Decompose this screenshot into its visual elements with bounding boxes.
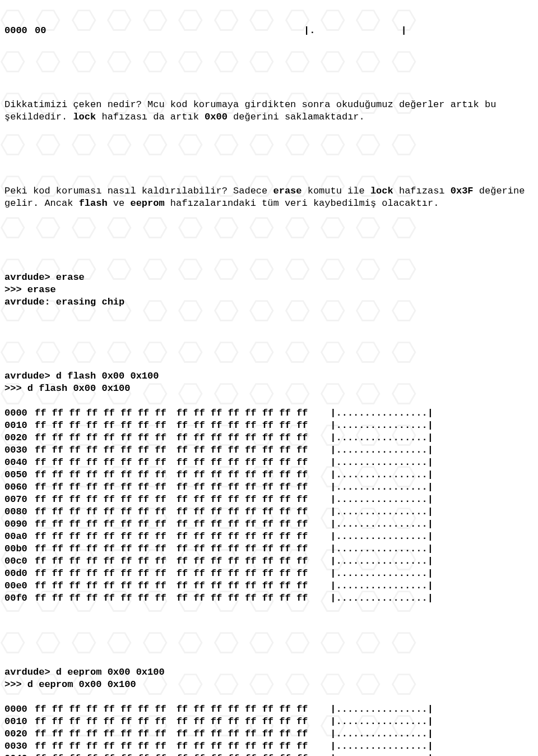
- dump-ascii: |................|: [308, 753, 433, 756]
- dump-row: 0030ff ff ff ff ff ff ff ffff ff ff ff f…: [4, 740, 534, 753]
- eeprom-dump: 0000ff ff ff ff ff ff ff ffff ff ff ff f…: [4, 703, 534, 756]
- dump-addr: 0080: [4, 506, 35, 518]
- dump-addr: 00c0: [4, 555, 35, 568]
- dump-hex-left: ff ff ff ff ff ff ff ff: [35, 728, 166, 740]
- dump-hex-left: ff ff ff ff ff ff ff ff: [35, 580, 166, 592]
- dump-ascii: |................|: [308, 568, 433, 580]
- dump-hex-right: ff ff ff ff ff ff ff ff: [177, 531, 308, 543]
- dump-ascii: |................|: [308, 531, 433, 543]
- dump-hex-right: ff ff ff ff ff ff ff ff: [177, 494, 308, 506]
- dump-hex-left: ff ff ff ff ff ff ff ff: [35, 531, 166, 543]
- dump-addr: 0030: [4, 740, 35, 753]
- dump-row: 00c0ff ff ff ff ff ff ff ffff ff ff ff f…: [4, 555, 534, 568]
- dump-hex-left: ff ff ff ff ff ff ff ff: [35, 481, 166, 494]
- dump-ascii: |................|: [308, 420, 433, 432]
- dump-hex-right: ff ff ff ff ff ff ff ff: [177, 457, 308, 469]
- erase-block: avrdude> erase >>> erase avrdude: erasin…: [4, 271, 534, 308]
- dump-ascii: |................|: [308, 716, 433, 728]
- dump-gap: [166, 469, 177, 481]
- dump-gap: [166, 407, 177, 420]
- dump-gap: [166, 753, 177, 756]
- dump-ascii: |................|: [308, 555, 433, 568]
- dump-hex-left: ff ff ff ff ff ff ff ff: [35, 494, 166, 506]
- dump-ascii: |................|: [308, 518, 433, 531]
- dump-gap: [166, 728, 177, 740]
- dump-addr: 0000: [4, 25, 35, 37]
- dump-row: 00d0ff ff ff ff ff ff ff ffff ff ff ff f…: [4, 568, 534, 580]
- dump-hex-left: ff ff ff ff ff ff ff ff: [35, 555, 166, 568]
- dump-hex-right: ff ff ff ff ff ff ff ff: [177, 555, 308, 568]
- dump-gap: [166, 494, 177, 506]
- dump-ascii: |................|: [308, 703, 433, 716]
- dump-hex-left: ff ff ff ff ff ff ff ff: [35, 568, 166, 580]
- flash-dump: 0000ff ff ff ff ff ff ff ffff ff ff ff f…: [4, 407, 534, 605]
- dump-gap: [166, 420, 177, 432]
- dump-hex-right: ff ff ff ff ff ff ff ff: [177, 518, 308, 531]
- dump-gap: [166, 555, 177, 568]
- dump-addr: 0020: [4, 728, 35, 740]
- dump-row: 0090ff ff ff ff ff ff ff ffff ff ff ff f…: [4, 518, 534, 531]
- dump-ascii: |................|: [308, 506, 433, 518]
- dump-gap: [166, 580, 177, 592]
- dump-gap: [166, 592, 177, 605]
- dump-addr: 0060: [4, 481, 35, 494]
- dump-ascii: |................|: [308, 494, 433, 506]
- dump-hex-right: ff ff ff ff ff ff ff ff: [177, 469, 308, 481]
- dump-row: 0050ff ff ff ff ff ff ff ffff ff ff ff f…: [4, 469, 534, 481]
- dump-ascii: |................|: [308, 592, 433, 605]
- dump-addr: 0010: [4, 420, 35, 432]
- dump-hex-right: ff ff ff ff ff ff ff ff: [177, 716, 308, 728]
- dump-gap: [166, 444, 177, 457]
- dump-addr: 0030: [4, 444, 35, 457]
- dump-hex-left: ff ff ff ff ff ff ff ff: [35, 432, 166, 444]
- dump-row: 0060ff ff ff ff ff ff ff ffff ff ff ff f…: [4, 481, 534, 494]
- dump-hex-left: ff ff ff ff ff ff ff ff: [35, 716, 166, 728]
- dump-hex-right: ff ff ff ff ff ff ff ff: [177, 703, 308, 716]
- dump-row: 0070ff ff ff ff ff ff ff ffff ff ff ff f…: [4, 494, 534, 506]
- dump-row: 0030ff ff ff ff ff ff ff ffff ff ff ff f…: [4, 444, 534, 457]
- dump-row: 0000ff ff ff ff ff ff ff ffff ff ff ff f…: [4, 407, 534, 420]
- dump-gap: [166, 703, 177, 716]
- dump-hex-left: ff ff ff ff ff ff ff ff: [35, 457, 166, 469]
- dump-hex-left: ff ff ff ff ff ff ff ff: [35, 753, 166, 756]
- dump-ascii: |................|: [308, 580, 433, 592]
- dump-addr: 00f0: [4, 592, 35, 605]
- dump-row: 0040ff ff ff ff ff ff ff ffff ff ff ff f…: [4, 457, 534, 469]
- dump-ascii: |................|: [308, 444, 433, 457]
- dump-gap: [166, 716, 177, 728]
- dump-row: 0040ff ff ff ff ff ff ff ffff ff ff ff f…: [4, 753, 534, 756]
- dump-addr: 00a0: [4, 531, 35, 543]
- top-dump-line: 000000|. |: [4, 25, 534, 37]
- dump-gap: [166, 531, 177, 543]
- dump-hex-left: ff ff ff ff ff ff ff ff: [35, 506, 166, 518]
- dump-hex: 00: [35, 25, 304, 37]
- dump-hex-left: ff ff ff ff ff ff ff ff: [35, 518, 166, 531]
- dump-hex-right: ff ff ff ff ff ff ff ff: [177, 407, 308, 420]
- dump-row: 0020ff ff ff ff ff ff ff ffff ff ff ff f…: [4, 432, 534, 444]
- dump-hex-right: ff ff ff ff ff ff ff ff: [177, 481, 308, 494]
- dump-row: 00e0ff ff ff ff ff ff ff ffff ff ff ff f…: [4, 580, 534, 592]
- dump-hex-right: ff ff ff ff ff ff ff ff: [177, 728, 308, 740]
- dump-hex-right: ff ff ff ff ff ff ff ff: [177, 506, 308, 518]
- dump-row: 00b0ff ff ff ff ff ff ff ffff ff ff ff f…: [4, 543, 534, 555]
- dump-ascii: |. |: [304, 25, 407, 37]
- dump-row: 0020ff ff ff ff ff ff ff ffff ff ff ff f…: [4, 728, 534, 740]
- paragraph-1: Dikkatimizi çeken nedir? Mcu kod korumay…: [4, 99, 534, 123]
- dump-row: 00a0ff ff ff ff ff ff ff ffff ff ff ff f…: [4, 531, 534, 543]
- dump-hex-right: ff ff ff ff ff ff ff ff: [177, 580, 308, 592]
- dump-hex-left: ff ff ff ff ff ff ff ff: [35, 592, 166, 605]
- dump-addr: 0000: [4, 407, 35, 420]
- dump-addr: 0090: [4, 518, 35, 531]
- flash-dump-header: avrdude> d flash 0x00 0x100 >>> d flash …: [4, 370, 534, 395]
- dump-addr: 0000: [4, 703, 35, 716]
- dump-hex-right: ff ff ff ff ff ff ff ff: [177, 432, 308, 444]
- dump-gap: [166, 568, 177, 580]
- dump-hex-left: ff ff ff ff ff ff ff ff: [35, 703, 166, 716]
- dump-row: 0000ff ff ff ff ff ff ff ffff ff ff ff f…: [4, 703, 534, 716]
- dump-gap: [166, 506, 177, 518]
- dump-hex-left: ff ff ff ff ff ff ff ff: [35, 469, 166, 481]
- dump-row: 00f0ff ff ff ff ff ff ff ffff ff ff ff f…: [4, 592, 534, 605]
- dump-addr: 0010: [4, 716, 35, 728]
- dump-row: 0080ff ff ff ff ff ff ff ffff ff ff ff f…: [4, 506, 534, 518]
- dump-ascii: |................|: [308, 740, 433, 753]
